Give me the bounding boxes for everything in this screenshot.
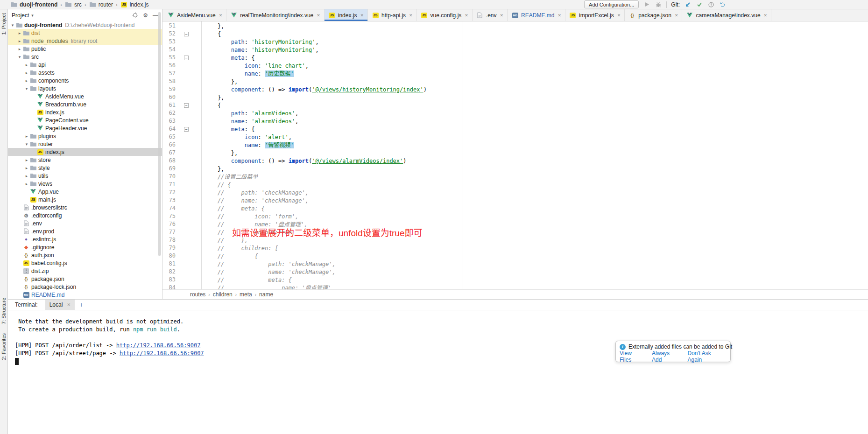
tree-toggle-icon[interactable]: ▾ [24,142,29,147]
tab-close-icon[interactable]: ✕ [465,13,468,18]
tree-item[interactable]: {}package.json [8,275,162,283]
tree-toggle-icon[interactable]: ▾ [24,86,29,91]
tree-item[interactable]: JSmain.js [8,196,162,203]
tree-item[interactable]: App.vue [8,188,162,196]
tree-toggle-icon[interactable]: ▾ [17,55,22,59]
gear-icon[interactable]: ⚙ [143,12,148,19]
fold-icon[interactable]: − [184,32,189,36]
tree-item[interactable]: ◆.gitignore [8,243,162,251]
code-pane[interactable]: }, { path: 'historyMonitoring', name: 'h… [202,21,868,289]
tree-toggle-icon[interactable]: ▸ [24,174,29,178]
tree-item[interactable]: ▸plugins [8,132,162,140]
tree-item[interactable]: ▸node_moduleslibrary root [8,37,162,45]
tree-toggle-icon[interactable]: ▸ [24,158,29,162]
tree-toggle-icon[interactable]: ▸ [24,63,29,67]
tab-close-icon[interactable]: ✕ [219,13,223,18]
tree-item[interactable]: MDREADME.md [8,291,162,299]
tree-item[interactable]: Breadcrumb.vue [8,100,162,108]
close-icon[interactable]: ✕ [67,302,71,307]
tool-button-project[interactable]: 1: Project [1,13,7,35]
terminal-output[interactable]: Note that the development build is not o… [8,310,868,434]
terminal-tab-local[interactable]: Local ✕ [45,300,75,310]
editor-tab[interactable]: .env✕ [473,9,508,21]
tree-item[interactable]: ▸store [8,156,162,164]
tree-item[interactable]: ▸views [8,180,162,188]
tree-item[interactable]: ▸dist [8,29,162,37]
new-terminal-button[interactable]: + [79,301,83,308]
tree-item[interactable]: ▾duoji-frontendD:\zheheWeb\duoji-fronten… [8,21,162,29]
tree-item[interactable]: ▸utils [8,172,162,180]
tree-item[interactable]: ▾router [8,140,162,148]
git-rollback-icon[interactable] [719,1,727,8]
scrollbar[interactable] [158,12,161,256]
tree-toggle-icon[interactable]: ▸ [24,78,29,83]
editor-tab[interactable]: JSvue.config.js✕ [417,9,473,21]
tree-toggle-icon[interactable]: ▸ [24,70,29,75]
editor-tab[interactable]: {}package.json✕ [625,9,682,21]
breadcrumb-item[interactable]: duoji-frontend [10,1,57,8]
tab-close-icon[interactable]: ✕ [500,13,504,18]
tree-toggle-icon[interactable]: ▸ [17,47,22,51]
tab-close-icon[interactable]: ✕ [557,13,561,18]
run-icon[interactable] [643,1,650,8]
tree-item[interactable]: JSindex.js [8,108,162,116]
editor-tab[interactable]: AsideMenu.vue✕ [163,9,226,21]
tab-close-icon[interactable]: ✕ [360,13,364,18]
tab-close-icon[interactable]: ✕ [617,13,621,18]
tree-toggle-icon[interactable]: ▸ [24,166,29,170]
project-panel-title[interactable]: Project [12,12,29,19]
tree-item[interactable]: PageContent.vue [8,116,162,124]
tree-item[interactable]: ▸public [8,45,162,53]
breadcrumb-item[interactable]: src [65,1,82,8]
tree-item[interactable]: AsideMenu.vue [8,92,162,100]
tree-item[interactable]: JSbabel.config.js [8,259,162,267]
fold-icon[interactable]: − [184,56,189,60]
tree-item[interactable]: {}package-lock.json [8,283,162,291]
tree-item[interactable]: .env [8,219,162,227]
notification-action[interactable]: Always Add [652,350,680,363]
tab-close-icon[interactable]: ✕ [317,13,320,18]
editor-tab[interactable]: MDREADME.md✕ [508,9,565,21]
breadcrumb-item[interactable]: JSindex.js [120,1,149,8]
editor-breadcrumb-item[interactable]: meta [240,291,252,298]
tree-toggle-icon[interactable]: ▸ [24,134,29,139]
tab-close-icon[interactable]: ✕ [409,13,413,18]
tree-item[interactable]: ▸style [8,164,162,172]
tree-item[interactable]: ▸components [8,77,162,84]
terminal-link[interactable]: http://192.168.66.56:9007 [116,342,201,349]
tree-item[interactable]: PageHeader.vue [8,124,162,132]
tab-close-icon[interactable]: ✕ [675,13,678,18]
tree-item[interactable]: {}auth.json [8,251,162,259]
fold-icon[interactable]: − [184,103,189,108]
editor-tab[interactable]: JSimportExcel.js✕ [565,9,625,21]
editor-breadcrumb-item[interactable]: routes [190,291,205,298]
breadcrumb-item[interactable]: router [89,1,113,8]
tree-item[interactable]: ⚙.editorconfig [8,211,162,219]
tree-item[interactable]: ●.eslintrc.js [8,235,162,243]
tool-button-structure[interactable]: 7: Structure [1,298,7,324]
git-history-icon[interactable] [707,1,715,8]
tree-item[interactable]: .browserslistrc [8,203,162,211]
fold-icon[interactable]: − [184,127,189,132]
editor-breadcrumb-item[interactable]: children [213,291,233,298]
tool-button-favorites[interactable]: 2: Favorites [1,333,7,360]
code-editor[interactable]: 5152−535455−565758596061−626364−65666768… [162,21,868,289]
git-update-icon[interactable] [684,1,692,8]
locate-file-icon[interactable] [132,12,138,18]
editor-tab[interactable]: realTimeMonitoring\index.vue✕ [226,9,325,21]
debug-icon[interactable] [655,1,662,8]
editor-tab[interactable]: cameraManage\index.vue✕ [682,9,771,21]
git-commit-icon[interactable] [696,1,703,8]
tree-item[interactable]: JSindex.js [8,148,162,156]
notification-action[interactable]: Don't Ask Again [687,350,726,363]
tree-item[interactable]: ▸api [8,61,162,69]
tree-item[interactable]: ▸assets [8,69,162,77]
chevron-down-icon[interactable]: ▾ [31,13,34,18]
tree-toggle-icon[interactable]: ▸ [17,31,22,35]
tab-close-icon[interactable]: ✕ [764,13,768,18]
notification-action[interactable]: View Files [620,350,644,363]
terminal-link[interactable]: http://192.168.66.56:9007 [120,350,204,357]
tree-item[interactable]: dist.zip [8,267,162,275]
tree-toggle-icon[interactable]: ▸ [24,182,29,186]
add-configuration-button[interactable]: Add Configuration... [584,0,639,8]
